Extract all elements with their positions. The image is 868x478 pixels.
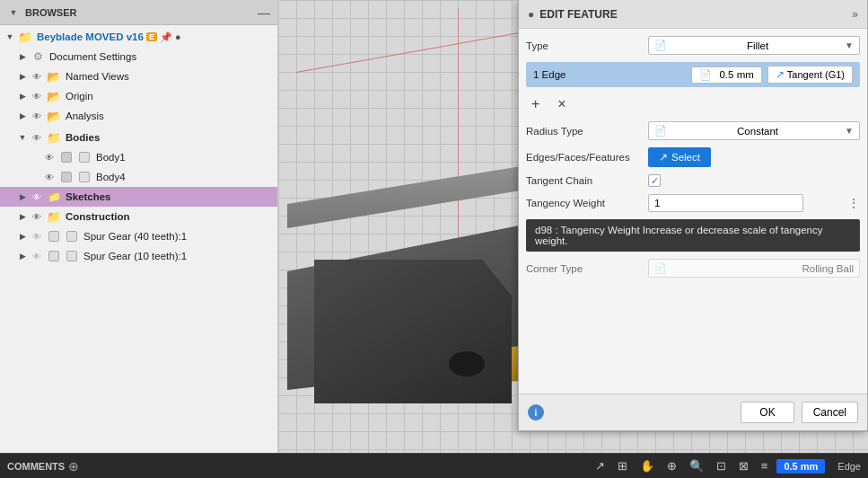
tree-label-construction: Construction <box>66 211 130 222</box>
tangent-label: Tangent (G1) <box>787 69 845 80</box>
edge-size-value: 0.5 mm <box>719 69 753 80</box>
tree-label-bodies: Bodies <box>66 132 100 143</box>
bottom-left: COMMENTS ⊕ <box>7 459 79 474</box>
folder-icon-bodies: 📁 <box>47 130 61 145</box>
circle-dot-icon: ● <box>175 31 181 42</box>
bottom-toolbar: ↗ ⊞ ✋ ⊕ 🔍 ⊡ ⊠ ≡ 0.5 mm Edge <box>592 457 861 474</box>
folder-icon-origin: 📂 <box>47 89 61 103</box>
tree-item-named-views[interactable]: 👁 📂 Named Views <box>0 66 277 86</box>
panel-footer-left: i <box>528 404 544 420</box>
add-comment-button[interactable]: ⊕ <box>68 459 79 474</box>
toolbar-pan-icon[interactable]: ✋ <box>636 457 658 474</box>
tree-item-root[interactable]: 📁 Beyblade MOVED v16 E 📌 ● <box>0 27 277 47</box>
browser-collapse-chevron[interactable] <box>7 6 20 19</box>
shape-hole <box>449 351 485 376</box>
edge-label: 1 Edge <box>533 69 686 80</box>
edge-row: 1 Edge 📄 0.5 mm ↗ Tangent (G1) <box>526 62 860 87</box>
eye-icon-spur10[interactable]: 👁 <box>30 249 44 263</box>
tree-item-sketches[interactable]: 👁 📁 Sketches <box>0 187 277 207</box>
app-container: BROWSER — 📁 Beyblade MOVED v16 E 📌 ● ⚙ <box>0 0 868 478</box>
shape-dark-panel <box>314 260 512 403</box>
panel-header: ● EDIT FEATURE » <box>519 0 867 29</box>
select-button[interactable]: ↗ Select <box>648 147 711 167</box>
edges-control: ↗ Select <box>648 147 860 167</box>
toolbar-menu-icon[interactable]: ≡ <box>758 457 772 474</box>
corner-type-value: Rolling Ball <box>802 263 854 274</box>
tree-item-analysis[interactable]: 👁 📂 Analysis <box>0 106 277 126</box>
type-label: Type <box>526 40 643 51</box>
tree-item-origin[interactable]: 👁 📂 Origin <box>0 86 277 106</box>
browser-title: BROWSER <box>25 7 252 18</box>
panel-footer: i OK Cancel <box>519 394 867 430</box>
corner-type-select[interactable]: 📄 Rolling Ball <box>648 259 860 278</box>
toolbar-fit-icon[interactable]: 🔍 <box>686 457 707 474</box>
tangency-weight-control <box>648 194 842 212</box>
eye-icon-construction[interactable]: 👁 <box>30 209 44 224</box>
folder-icon-construction: 📁 <box>47 209 61 224</box>
tree-item-construction[interactable]: 👁 📁 Construction <box>0 207 277 226</box>
tree-item-doc-settings[interactable]: ⚙ Document Settings <box>0 47 277 66</box>
edges-label: Edges/Faces/Features <box>526 152 643 163</box>
spur-icon-10 <box>47 249 61 263</box>
radius-type-label: Radius Type <box>526 126 643 137</box>
tangent-button[interactable]: ↗ Tangent (G1) <box>767 66 853 84</box>
tangency-weight-input[interactable] <box>648 194 803 212</box>
remove-button[interactable]: × <box>552 94 571 114</box>
tangency-weight-label: Tangency Weight <box>526 198 643 208</box>
tree-item-body1[interactable]: 👁 Body1 <box>0 147 277 167</box>
tree-item-bodies[interactable]: 👁 📁 Bodies <box>0 128 277 147</box>
eye-icon-bodies[interactable]: 👁 <box>30 130 44 145</box>
gear-icon-doc: ⚙ <box>31 49 45 64</box>
radius-type-value: Constant <box>737 126 778 137</box>
eye-icon-body4[interactable]: 👁 <box>42 170 57 184</box>
corner-doc-icon: 📄 <box>654 262 667 274</box>
eye-icon-sketches[interactable]: 👁 <box>30 190 44 204</box>
tree-label-spur10: Spur Gear (10 teeth):1 <box>83 251 187 261</box>
tree-item-spur10[interactable]: 👁 Spur Gear (10 teeth):1 <box>0 246 277 266</box>
browser-tree: 📁 Beyblade MOVED v16 E 📌 ● ⚙ Document Se… <box>0 25 277 453</box>
eye-icon-spur40[interactable]: 👁 <box>30 229 44 243</box>
radius-arrow-icon: ▼ <box>845 126 854 136</box>
panel-title: EDIT FEATURE <box>539 8 617 21</box>
info-button[interactable]: i <box>528 404 544 420</box>
type-value: Fillet <box>747 40 768 51</box>
radius-type-control: 📄 Constant ▼ <box>648 121 860 140</box>
panel-header-left: ● EDIT FEATURE <box>528 8 618 21</box>
toolbar-grid-icon[interactable]: ⊞ <box>614 457 631 474</box>
viewport[interactable]: ⊕ ↗ RIGHT <box>278 0 868 453</box>
eye-icon-body1[interactable]: 👁 <box>42 150 57 164</box>
edges-row: Edges/Faces/Features ↗ Select <box>526 147 860 167</box>
tangent-chain-checkbox[interactable] <box>648 174 661 187</box>
info-icon: i <box>535 408 538 418</box>
toolbar-home-icon[interactable]: ↗ <box>592 457 609 474</box>
checkbox-icon-body4 <box>77 170 92 184</box>
tangency-weight-row: Tangency Weight ⋮ <box>526 194 860 212</box>
ok-button[interactable]: OK <box>741 402 793 423</box>
tree-label-analysis: Analysis <box>66 111 104 121</box>
toolbar-display-icon[interactable]: ⊠ <box>735 457 752 474</box>
panel-expand-icon[interactable]: » <box>852 8 858 21</box>
browser-minimize-icon[interactable]: — <box>258 5 270 20</box>
radius-type-select[interactable]: 📄 Constant ▼ <box>648 121 860 140</box>
add-button[interactable]: + <box>526 94 545 114</box>
panel-collapse-icon[interactable]: ● <box>528 8 534 21</box>
eye-icon-analysis[interactable]: 👁 <box>30 109 44 123</box>
chevron-spur40 <box>16 230 29 243</box>
cancel-button[interactable]: Cancel <box>802 402 858 423</box>
toolbar-view-icon[interactable]: ⊡ <box>713 457 730 474</box>
eye-icon-named-views[interactable]: 👁 <box>30 69 44 84</box>
edge-label-bottom: Edge <box>837 461 861 472</box>
toolbar-zoom-icon[interactable]: ⊕ <box>663 457 680 474</box>
edge-size-box[interactable]: 📄 0.5 mm <box>691 66 761 84</box>
type-select[interactable]: 📄 Fillet ▼ <box>648 36 860 55</box>
type-doc-icon: 📄 <box>654 40 667 51</box>
more-options-icon[interactable]: ⋮ <box>847 196 860 210</box>
chevron-origin <box>16 90 29 102</box>
eye-icon-origin[interactable]: 👁 <box>30 89 44 103</box>
tree-item-body4[interactable]: 👁 Body4 <box>0 167 277 187</box>
browser-panel: BROWSER — 📁 Beyblade MOVED v16 E 📌 ● ⚙ <box>0 0 278 453</box>
cursor-icon: ↗ <box>659 151 668 164</box>
tree-label-sketches: Sketches <box>66 191 111 202</box>
tree-item-spur40[interactable]: 👁 Spur Gear (40 teeth):1 <box>0 226 277 246</box>
checkbox-spur10 <box>65 249 79 263</box>
